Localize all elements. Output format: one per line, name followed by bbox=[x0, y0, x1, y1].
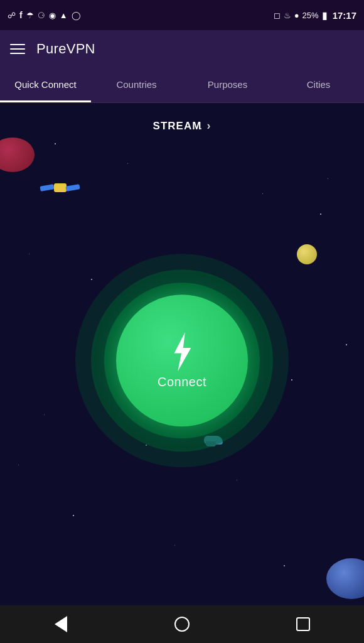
signal-icon: ● bbox=[294, 11, 299, 20]
status-icons-right: ◻ ♨ ● 25% ▮ 17:17 bbox=[274, 9, 356, 21]
connect-area: Connect bbox=[75, 254, 289, 467]
protect-icon: ▲ bbox=[60, 11, 68, 20]
connect-label: Connect bbox=[158, 375, 206, 389]
svg-marker-0 bbox=[174, 332, 191, 371]
facebook-icon: f bbox=[19, 10, 23, 20]
recents-icon bbox=[296, 617, 310, 631]
browser-icon: ◯ bbox=[72, 11, 81, 20]
stream-text: STREAM bbox=[153, 120, 202, 132]
connect-ring-inner: Connect bbox=[104, 283, 260, 438]
yellow-planet bbox=[297, 244, 317, 264]
stream-selector[interactable]: STREAM › bbox=[153, 119, 211, 132]
connect-ring-middle: Connect bbox=[91, 269, 273, 451]
tab-cities[interactable]: Cities bbox=[273, 68, 364, 102]
stream-arrow: › bbox=[206, 119, 211, 132]
tab-bar: Quick Connect Countries Purposes Cities bbox=[0, 68, 364, 103]
status-bar: ☍ f ☂ ⚆ ◉ ▲ ◯ ◻ ♨ ● 25% ▮ 17:17 bbox=[0, 0, 364, 30]
bottom-navigation bbox=[0, 605, 364, 643]
clock: 17:17 bbox=[333, 10, 356, 21]
home-button[interactable] bbox=[163, 605, 201, 643]
recents-button[interactable] bbox=[284, 605, 322, 643]
tab-countries[interactable]: Countries bbox=[91, 68, 182, 102]
lightning-icon bbox=[168, 332, 196, 371]
wifi-icon: ♨ bbox=[284, 11, 291, 20]
phone-icon: ◻ bbox=[274, 11, 281, 20]
app-header: PureVPN bbox=[0, 30, 364, 68]
battery-percent: 25% bbox=[302, 11, 319, 20]
status-icons-left: ☍ f ☂ ⚆ ◉ ▲ ◯ bbox=[8, 10, 81, 20]
home-icon bbox=[174, 617, 190, 632]
satellite bbox=[43, 178, 77, 197]
app-title: PureVPN bbox=[36, 41, 95, 57]
battery-icon: ▮ bbox=[322, 9, 328, 21]
shield-icon: ☂ bbox=[26, 11, 34, 20]
menu-button[interactable] bbox=[10, 44, 25, 54]
back-button[interactable] bbox=[42, 605, 80, 643]
connect-button[interactable]: Connect bbox=[116, 294, 248, 426]
tab-quick-connect[interactable]: Quick Connect bbox=[0, 68, 91, 102]
image-icon: ⚆ bbox=[38, 11, 45, 20]
vpn-icon: ◉ bbox=[49, 11, 56, 20]
back-icon bbox=[55, 616, 67, 632]
tab-purposes[interactable]: Purposes bbox=[182, 68, 273, 102]
connect-ring-outer: Connect bbox=[75, 254, 289, 467]
message-icon: ☍ bbox=[8, 11, 16, 20]
main-content: STREAM › Connect bbox=[0, 103, 364, 605]
